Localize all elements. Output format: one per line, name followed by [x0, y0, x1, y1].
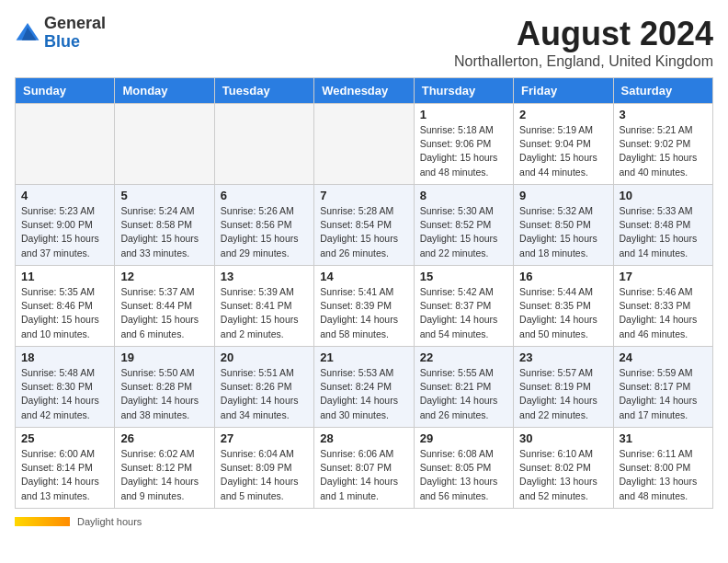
calendar-cell: 2Sunrise: 5:19 AMSunset: 9:04 PMDaylight… — [514, 104, 613, 185]
logo: General Blue — [15, 15, 106, 52]
day-info: Sunrise: 5:46 AMSunset: 8:33 PMDaylight:… — [620, 285, 707, 341]
calendar-header-sunday: Sunday — [16, 78, 115, 104]
day-info: Sunrise: 5:50 AMSunset: 8:28 PMDaylight:… — [120, 366, 208, 422]
day-number: 5 — [120, 189, 208, 202]
day-info: Sunrise: 5:41 AMSunset: 8:39 PMDaylight:… — [320, 285, 407, 341]
calendar-cell: 16Sunrise: 5:44 AMSunset: 8:35 PMDayligh… — [514, 266, 613, 347]
calendar-cell: 12Sunrise: 5:37 AMSunset: 8:44 PMDayligh… — [115, 266, 214, 347]
day-number: 19 — [120, 350, 208, 364]
day-number: 6 — [221, 189, 308, 202]
logo-general: General — [44, 14, 106, 32]
calendar-header-thursday: Thursday — [414, 78, 513, 104]
calendar-week-row: 18Sunrise: 5:48 AMSunset: 8:30 PMDayligh… — [16, 347, 713, 428]
calendar-week-row: 4Sunrise: 5:23 AMSunset: 9:00 PMDaylight… — [16, 185, 713, 266]
day-info: Sunrise: 5:57 AMSunset: 8:19 PMDaylight:… — [519, 366, 607, 422]
location-subtitle: Northallerton, England, United Kingdom — [454, 53, 713, 70]
calendar-cell: 1Sunrise: 5:18 AMSunset: 9:06 PMDaylight… — [414, 104, 513, 185]
calendar-cell: 19Sunrise: 5:50 AMSunset: 8:28 PMDayligh… — [115, 347, 214, 428]
calendar-header-row: SundayMondayTuesdayWednesdayThursdayFrid… — [16, 78, 713, 104]
logo-blue: Blue — [44, 32, 80, 51]
calendar-cell: 18Sunrise: 5:48 AMSunset: 8:30 PMDayligh… — [16, 347, 115, 428]
day-info: Sunrise: 5:39 AMSunset: 8:41 PMDaylight:… — [221, 285, 308, 341]
calendar-week-row: 11Sunrise: 5:35 AMSunset: 8:46 PMDayligh… — [16, 266, 713, 347]
calendar-cell: 15Sunrise: 5:42 AMSunset: 8:37 PMDayligh… — [414, 266, 513, 347]
calendar-week-row: 25Sunrise: 6:00 AMSunset: 8:14 PMDayligh… — [16, 428, 713, 509]
day-info: Sunrise: 5:28 AMSunset: 8:54 PMDaylight:… — [320, 204, 407, 260]
calendar-cell: 8Sunrise: 5:30 AMSunset: 8:52 PMDaylight… — [414, 185, 513, 266]
day-number: 20 — [221, 350, 308, 364]
day-number: 18 — [21, 350, 108, 364]
day-info: Sunrise: 6:04 AMSunset: 8:09 PMDaylight:… — [221, 447, 308, 503]
day-number: 10 — [620, 189, 707, 202]
day-info: Sunrise: 6:06 AMSunset: 8:07 PMDaylight:… — [320, 447, 407, 503]
day-info: Sunrise: 5:35 AMSunset: 8:46 PMDaylight:… — [21, 285, 108, 341]
day-number: 1 — [420, 108, 507, 121]
calendar-cell: 11Sunrise: 5:35 AMSunset: 8:46 PMDayligh… — [16, 266, 115, 347]
daylight-label: Daylight hours — [77, 516, 142, 527]
day-number: 24 — [620, 350, 707, 364]
calendar-cell: 5Sunrise: 5:24 AMSunset: 8:58 PMDaylight… — [115, 185, 214, 266]
day-number: 13 — [221, 270, 308, 283]
calendar-header-friday: Friday — [514, 78, 613, 104]
title-block: August 2024 Northallerton, England, Unit… — [454, 15, 713, 70]
day-number: 21 — [320, 350, 407, 364]
day-info: Sunrise: 5:26 AMSunset: 8:56 PMDaylight:… — [221, 204, 308, 260]
day-info: Sunrise: 5:21 AMSunset: 9:02 PMDaylight:… — [620, 123, 707, 179]
day-info: Sunrise: 6:02 AMSunset: 8:12 PMDaylight:… — [120, 447, 208, 503]
day-info: Sunrise: 5:24 AMSunset: 8:58 PMDaylight:… — [120, 204, 208, 260]
calendar-header-saturday: Saturday — [613, 78, 712, 104]
calendar-cell: 10Sunrise: 5:33 AMSunset: 8:48 PMDayligh… — [613, 185, 712, 266]
day-number: 22 — [420, 350, 507, 364]
day-number: 25 — [21, 431, 108, 445]
calendar-cell: 28Sunrise: 6:06 AMSunset: 8:07 PMDayligh… — [314, 428, 414, 509]
calendar-cell: 21Sunrise: 5:53 AMSunset: 8:24 PMDayligh… — [314, 347, 414, 428]
day-number: 12 — [120, 270, 208, 283]
calendar-cell: 20Sunrise: 5:51 AMSunset: 8:26 PMDayligh… — [214, 347, 313, 428]
calendar-cell: 31Sunrise: 6:11 AMSunset: 8:00 PMDayligh… — [613, 428, 712, 509]
calendar-cell: 7Sunrise: 5:28 AMSunset: 8:54 PMDaylight… — [314, 185, 414, 266]
calendar-week-row: 1Sunrise: 5:18 AMSunset: 9:06 PMDaylight… — [16, 104, 713, 185]
day-number: 29 — [420, 431, 507, 445]
day-info: Sunrise: 6:08 AMSunset: 8:05 PMDaylight:… — [420, 447, 507, 503]
day-number: 7 — [320, 189, 407, 202]
day-info: Sunrise: 5:19 AMSunset: 9:04 PMDaylight:… — [519, 123, 607, 179]
day-info: Sunrise: 5:42 AMSunset: 8:37 PMDaylight:… — [420, 285, 507, 341]
logo-icon — [15, 20, 40, 46]
calendar-cell: 23Sunrise: 5:57 AMSunset: 8:19 PMDayligh… — [514, 347, 613, 428]
day-info: Sunrise: 6:11 AMSunset: 8:00 PMDaylight:… — [620, 447, 707, 503]
calendar-cell: 17Sunrise: 5:46 AMSunset: 8:33 PMDayligh… — [613, 266, 712, 347]
calendar-cell: 27Sunrise: 6:04 AMSunset: 8:09 PMDayligh… — [214, 428, 313, 509]
daylight-bar-icon — [15, 517, 70, 526]
day-number: 26 — [120, 431, 208, 445]
day-number: 27 — [221, 431, 308, 445]
day-info: Sunrise: 5:23 AMSunset: 9:00 PMDaylight:… — [21, 204, 108, 260]
day-info: Sunrise: 5:51 AMSunset: 8:26 PMDaylight:… — [221, 366, 308, 422]
calendar-cell: 4Sunrise: 5:23 AMSunset: 9:00 PMDaylight… — [16, 185, 115, 266]
month-year-title: August 2024 — [454, 15, 713, 53]
calendar-cell: 22Sunrise: 5:55 AMSunset: 8:21 PMDayligh… — [414, 347, 513, 428]
day-number: 28 — [320, 431, 407, 445]
calendar-cell: 9Sunrise: 5:32 AMSunset: 8:50 PMDaylight… — [514, 185, 613, 266]
day-number: 8 — [420, 189, 507, 202]
calendar-cell — [115, 104, 214, 185]
day-info: Sunrise: 5:53 AMSunset: 8:24 PMDaylight:… — [320, 366, 407, 422]
calendar-footer: Daylight hours — [15, 516, 713, 527]
day-info: Sunrise: 5:44 AMSunset: 8:35 PMDaylight:… — [519, 285, 607, 341]
calendar-cell — [214, 104, 313, 185]
day-info: Sunrise: 5:37 AMSunset: 8:44 PMDaylight:… — [120, 285, 208, 341]
day-info: Sunrise: 5:48 AMSunset: 8:30 PMDaylight:… — [21, 366, 108, 422]
calendar-header-wednesday: Wednesday — [314, 78, 414, 104]
day-number: 9 — [519, 189, 607, 202]
day-number: 2 — [519, 108, 607, 121]
day-info: Sunrise: 5:59 AMSunset: 8:17 PMDaylight:… — [620, 366, 707, 422]
day-number: 16 — [519, 270, 607, 283]
day-info: Sunrise: 5:30 AMSunset: 8:52 PMDaylight:… — [420, 204, 507, 260]
day-number: 3 — [620, 108, 707, 121]
calendar-cell: 26Sunrise: 6:02 AMSunset: 8:12 PMDayligh… — [115, 428, 214, 509]
calendar-header-monday: Monday — [115, 78, 214, 104]
calendar-cell: 30Sunrise: 6:10 AMSunset: 8:02 PMDayligh… — [514, 428, 613, 509]
day-info: Sunrise: 5:55 AMSunset: 8:21 PMDaylight:… — [420, 366, 507, 422]
day-number: 23 — [519, 350, 607, 364]
day-info: Sunrise: 5:32 AMSunset: 8:50 PMDaylight:… — [519, 204, 607, 260]
calendar-cell: 14Sunrise: 5:41 AMSunset: 8:39 PMDayligh… — [314, 266, 414, 347]
